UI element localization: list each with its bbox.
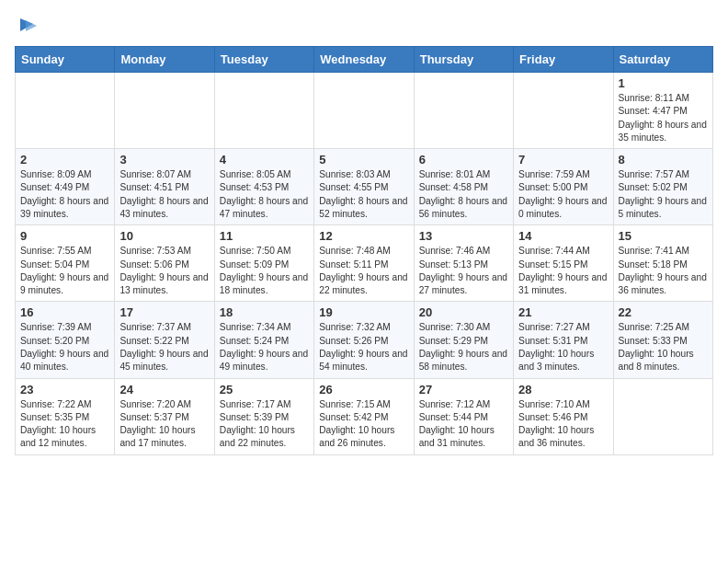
day-info: Sunrise: 7:32 AM Sunset: 5:26 PM Dayligh… [319, 321, 408, 373]
calendar-cell: 13Sunrise: 7:46 AM Sunset: 5:13 PM Dayli… [414, 225, 513, 302]
logo-icon [17, 15, 37, 35]
calendar-cell: 11Sunrise: 7:50 AM Sunset: 5:09 PM Dayli… [214, 225, 313, 302]
day-info: Sunrise: 8:11 AM Sunset: 4:47 PM Dayligh… [619, 92, 708, 144]
day-number: 22 [619, 305, 708, 319]
calendar-cell: 23Sunrise: 7:22 AM Sunset: 5:35 PM Dayli… [16, 378, 115, 454]
day-number: 16 [20, 305, 109, 319]
day-number: 9 [20, 229, 109, 243]
col-header-wednesday: Wednesday [314, 47, 414, 73]
calendar-cell: 20Sunrise: 7:30 AM Sunset: 5:29 PM Dayli… [414, 302, 513, 378]
day-info: Sunrise: 7:59 AM Sunset: 5:00 PM Dayligh… [518, 168, 608, 221]
calendar-week-2: 2Sunrise: 8:09 AM Sunset: 4:49 PM Daylig… [16, 149, 713, 225]
day-info: Sunrise: 7:17 AM Sunset: 5:39 PM Dayligh… [220, 398, 309, 451]
calendar-cell: 12Sunrise: 7:48 AM Sunset: 5:11 PM Dayli… [314, 225, 414, 302]
calendar-cell: 16Sunrise: 7:39 AM Sunset: 5:20 PM Dayli… [16, 302, 115, 378]
calendar-cell: 25Sunrise: 7:17 AM Sunset: 5:39 PM Dayli… [214, 378, 313, 454]
day-number: 5 [319, 153, 408, 167]
day-info: Sunrise: 8:05 AM Sunset: 4:53 PM Dayligh… [220, 168, 309, 221]
day-info: Sunrise: 8:03 AM Sunset: 4:55 PM Dayligh… [319, 168, 408, 221]
day-info: Sunrise: 7:20 AM Sunset: 5:37 PM Dayligh… [119, 398, 209, 451]
day-info: Sunrise: 7:39 AM Sunset: 5:20 PM Dayligh… [20, 321, 109, 373]
page-header [15, 15, 713, 35]
day-info: Sunrise: 7:34 AM Sunset: 5:24 PM Dayligh… [220, 321, 309, 373]
calendar-cell: 24Sunrise: 7:20 AM Sunset: 5:37 PM Dayli… [115, 378, 214, 454]
day-info: Sunrise: 8:09 AM Sunset: 4:49 PM Dayligh… [20, 168, 109, 221]
calendar-cell: 4Sunrise: 8:05 AM Sunset: 4:53 PM Daylig… [214, 149, 313, 225]
day-info: Sunrise: 7:46 AM Sunset: 5:13 PM Dayligh… [419, 245, 508, 297]
day-number: 14 [518, 229, 608, 243]
day-number: 8 [619, 153, 708, 167]
day-info: Sunrise: 7:44 AM Sunset: 5:15 PM Dayligh… [518, 245, 608, 297]
day-number: 15 [619, 229, 708, 243]
calendar-cell [514, 73, 613, 149]
day-info: Sunrise: 8:07 AM Sunset: 4:51 PM Dayligh… [119, 168, 209, 221]
day-info: Sunrise: 8:01 AM Sunset: 4:58 PM Dayligh… [419, 168, 508, 221]
calendar-cell [613, 378, 712, 454]
day-number: 13 [419, 229, 508, 243]
day-info: Sunrise: 7:53 AM Sunset: 5:06 PM Dayligh… [119, 245, 209, 297]
day-number: 18 [220, 305, 309, 319]
day-number: 3 [119, 153, 209, 167]
day-info: Sunrise: 7:12 AM Sunset: 5:44 PM Dayligh… [419, 398, 508, 451]
day-number: 23 [20, 383, 109, 396]
day-info: Sunrise: 7:25 AM Sunset: 5:33 PM Dayligh… [619, 321, 708, 373]
day-info: Sunrise: 7:37 AM Sunset: 5:22 PM Dayligh… [119, 321, 209, 373]
calendar-week-3: 9Sunrise: 7:55 AM Sunset: 5:04 PM Daylig… [16, 225, 713, 302]
day-info: Sunrise: 7:30 AM Sunset: 5:29 PM Dayligh… [419, 321, 508, 373]
calendar-header-row: SundayMondayTuesdayWednesdayThursdayFrid… [16, 47, 713, 73]
calendar-cell: 3Sunrise: 8:07 AM Sunset: 4:51 PM Daylig… [115, 149, 214, 225]
col-header-saturday: Saturday [613, 47, 712, 73]
day-number: 6 [419, 153, 508, 167]
calendar-table: SundayMondayTuesdayWednesdayThursdayFrid… [15, 46, 713, 455]
day-number: 24 [119, 383, 209, 396]
day-number: 1 [619, 76, 708, 90]
day-number: 17 [119, 305, 209, 319]
calendar-cell [314, 73, 414, 149]
day-info: Sunrise: 7:15 AM Sunset: 5:42 PM Dayligh… [319, 398, 408, 451]
day-number: 10 [119, 229, 209, 243]
calendar-cell [115, 73, 214, 149]
day-number: 25 [220, 383, 309, 396]
col-header-sunday: Sunday [16, 47, 115, 73]
day-info: Sunrise: 7:57 AM Sunset: 5:02 PM Dayligh… [619, 168, 708, 221]
day-info: Sunrise: 7:27 AM Sunset: 5:31 PM Dayligh… [518, 321, 608, 373]
calendar-cell [16, 73, 115, 149]
svg-marker-1 [26, 20, 37, 31]
calendar-cell: 1Sunrise: 8:11 AM Sunset: 4:47 PM Daylig… [613, 73, 712, 149]
calendar-cell: 22Sunrise: 7:25 AM Sunset: 5:33 PM Dayli… [613, 302, 712, 378]
col-header-monday: Monday [115, 47, 214, 73]
logo [15, 15, 37, 35]
col-header-thursday: Thursday [414, 47, 513, 73]
day-info: Sunrise: 7:41 AM Sunset: 5:18 PM Dayligh… [619, 245, 708, 297]
calendar-cell: 14Sunrise: 7:44 AM Sunset: 5:15 PM Dayli… [514, 225, 613, 302]
calendar-cell: 8Sunrise: 7:57 AM Sunset: 5:02 PM Daylig… [613, 149, 712, 225]
col-header-friday: Friday [514, 47, 613, 73]
calendar-cell [214, 73, 313, 149]
calendar-cell: 10Sunrise: 7:53 AM Sunset: 5:06 PM Dayli… [115, 225, 214, 302]
day-number: 20 [419, 305, 508, 319]
calendar-cell: 6Sunrise: 8:01 AM Sunset: 4:58 PM Daylig… [414, 149, 513, 225]
calendar-cell: 21Sunrise: 7:27 AM Sunset: 5:31 PM Dayli… [514, 302, 613, 378]
calendar-week-4: 16Sunrise: 7:39 AM Sunset: 5:20 PM Dayli… [16, 302, 713, 378]
day-number: 26 [319, 383, 408, 396]
calendar-cell: 28Sunrise: 7:10 AM Sunset: 5:46 PM Dayli… [514, 378, 613, 454]
day-number: 27 [419, 383, 508, 396]
day-number: 19 [319, 305, 408, 319]
day-info: Sunrise: 7:22 AM Sunset: 5:35 PM Dayligh… [20, 398, 109, 451]
calendar-cell: 17Sunrise: 7:37 AM Sunset: 5:22 PM Dayli… [115, 302, 214, 378]
day-info: Sunrise: 7:50 AM Sunset: 5:09 PM Dayligh… [220, 245, 309, 297]
calendar-cell: 19Sunrise: 7:32 AM Sunset: 5:26 PM Dayli… [314, 302, 414, 378]
calendar-cell: 15Sunrise: 7:41 AM Sunset: 5:18 PM Dayli… [613, 225, 712, 302]
day-info: Sunrise: 7:10 AM Sunset: 5:46 PM Dayligh… [518, 398, 608, 451]
calendar-cell: 5Sunrise: 8:03 AM Sunset: 4:55 PM Daylig… [314, 149, 414, 225]
day-number: 4 [220, 153, 309, 167]
day-number: 28 [518, 383, 608, 396]
calendar-cell: 2Sunrise: 8:09 AM Sunset: 4:49 PM Daylig… [16, 149, 115, 225]
col-header-tuesday: Tuesday [214, 47, 313, 73]
calendar-week-5: 23Sunrise: 7:22 AM Sunset: 5:35 PM Dayli… [16, 378, 713, 454]
calendar-cell: 9Sunrise: 7:55 AM Sunset: 5:04 PM Daylig… [16, 225, 115, 302]
day-number: 7 [518, 153, 608, 167]
calendar-cell: 26Sunrise: 7:15 AM Sunset: 5:42 PM Dayli… [314, 378, 414, 454]
calendar-cell: 7Sunrise: 7:59 AM Sunset: 5:00 PM Daylig… [514, 149, 613, 225]
calendar-cell [414, 73, 513, 149]
